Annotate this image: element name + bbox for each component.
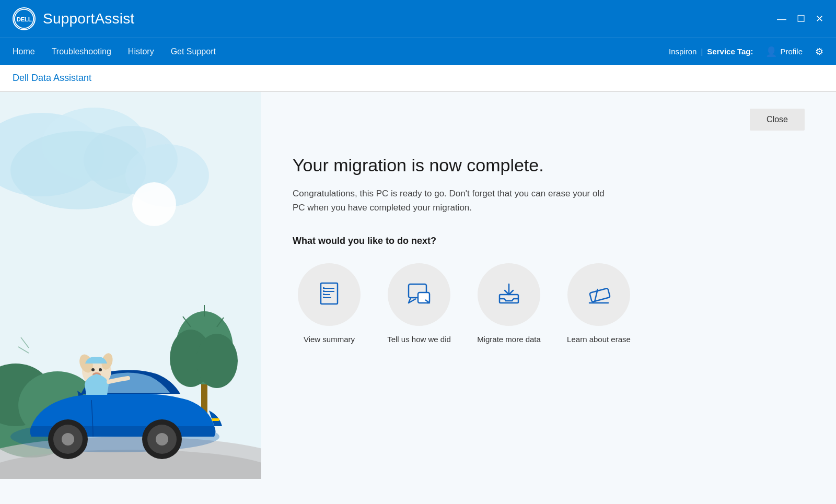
view-summary-icon — [316, 280, 343, 309]
right-content: Close Your migration is now complete. Co… — [261, 92, 836, 504]
page-title: Dell Data Assistant — [13, 73, 91, 84]
nav-home[interactable]: Home — [13, 45, 35, 58]
migrate-more-label: Migrate more data — [477, 334, 541, 345]
close-button[interactable]: Close — [750, 109, 805, 131]
svg-point-15 — [196, 334, 238, 388]
profile-icon: 👤 — [765, 46, 777, 57]
svg-rect-50 — [589, 288, 610, 302]
app-logo-area: DELL SupportAssist — [13, 7, 777, 30]
svg-point-8 — [132, 182, 176, 226]
profile-button[interactable]: 👤 Profile — [765, 46, 803, 57]
app-title: SupportAssist — [43, 10, 134, 27]
svg-point-6 — [10, 131, 146, 209]
action-cards: View summary Tell us how we did — [293, 263, 805, 345]
learn-erase-circle — [567, 263, 630, 326]
main-content: Close Your migration is now complete. Co… — [0, 92, 836, 504]
next-label: What would you like to do next? — [293, 236, 805, 247]
svg-rect-42 — [323, 287, 324, 289]
svg-rect-34 — [212, 418, 219, 421]
device-name: Inspiron — [669, 47, 696, 56]
svg-point-33 — [156, 433, 168, 446]
migrate-more-icon — [495, 280, 522, 309]
svg-rect-44 — [323, 294, 324, 295]
view-summary-circle — [298, 263, 361, 326]
nav-troubleshooting[interactable]: Troubleshooting — [52, 45, 111, 58]
view-summary-card[interactable]: View summary — [293, 263, 366, 345]
svg-rect-45 — [323, 297, 324, 298]
nav-bar: Home Troubleshooting History Get Support… — [0, 38, 836, 65]
tell-us-icon — [405, 280, 433, 309]
migrate-more-card[interactable]: Migrate more data — [472, 263, 545, 345]
svg-point-25 — [91, 368, 95, 371]
divider: | — [701, 47, 703, 56]
dell-logo: DELL — [13, 7, 36, 30]
device-info: Inspiron | Service Tag: — [669, 47, 753, 56]
svg-rect-43 — [323, 290, 324, 292]
title-bar: DELL SupportAssist — ☐ ✕ — [0, 0, 836, 38]
tell-us-card[interactable]: Tell us how we did — [382, 263, 456, 345]
minimize-button[interactable]: — — [777, 14, 786, 24]
learn-erase-label: Learn about erase — [567, 334, 631, 345]
nav-right: Inspiron | Service Tag: 👤 Profile ⚙ — [669, 46, 823, 57]
window-controls: — ☐ ✕ — [777, 14, 823, 24]
illustration-area — [0, 92, 261, 504]
tell-us-circle — [388, 263, 450, 326]
tell-us-label: Tell us how we did — [387, 334, 451, 345]
nav-links: Home Troubleshooting History Get Support — [13, 45, 669, 58]
settings-icon[interactable]: ⚙ — [815, 46, 823, 57]
learn-erase-card[interactable]: Learn about erase — [562, 263, 635, 345]
learn-erase-icon — [585, 280, 612, 309]
migrate-more-circle — [478, 263, 540, 326]
svg-point-26 — [99, 368, 102, 371]
svg-text:DELL: DELL — [17, 16, 32, 23]
migration-heading: Your migration is now complete. — [293, 155, 805, 176]
migration-description: Congratulations, this PC is ready to go.… — [293, 186, 617, 215]
maximize-button[interactable]: ☐ — [797, 14, 805, 24]
nav-history[interactable]: History — [128, 45, 154, 58]
profile-label: Profile — [780, 47, 803, 56]
page-title-bar: Dell Data Assistant — [0, 65, 836, 92]
svg-point-30 — [62, 433, 74, 446]
view-summary-label: View summary — [304, 334, 355, 345]
nav-get-support[interactable]: Get Support — [171, 45, 216, 58]
service-tag-label: Service Tag: — [707, 47, 753, 56]
close-window-button[interactable]: ✕ — [816, 14, 823, 24]
